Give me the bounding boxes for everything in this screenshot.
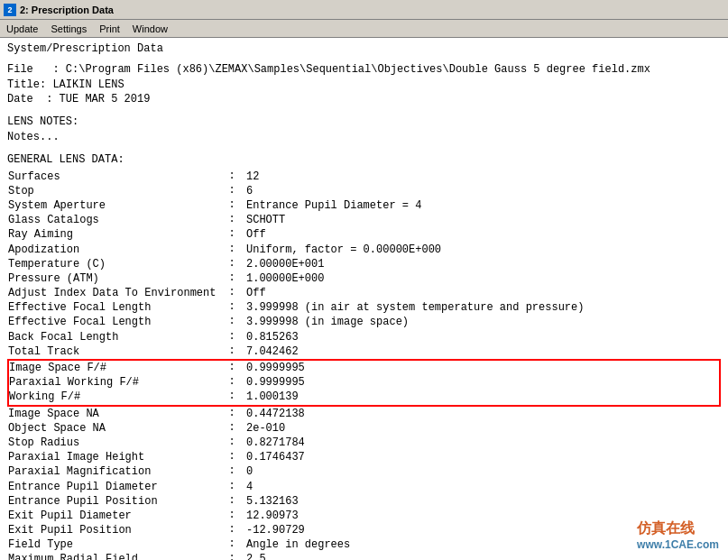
- row-value: 0.815263: [239, 330, 720, 344]
- content-area: System/Prescription Data File : C:\Progr…: [0, 38, 728, 560]
- row-label: Exit Pupil Position: [8, 523, 225, 537]
- row-separator: :: [225, 421, 239, 436]
- row-value: -12.90729: [239, 523, 720, 537]
- table-row: Effective Focal Length:3.999998 (in air …: [8, 300, 720, 315]
- row-value: Off: [239, 286, 720, 300]
- row-separator: :: [225, 227, 239, 242]
- row-value: 0.1746437: [239, 450, 720, 464]
- row-separator: :: [225, 537, 239, 552]
- row-separator: :: [225, 406, 239, 421]
- row-separator: :: [225, 375, 239, 390]
- row-value: 2e-010: [239, 421, 720, 436]
- row-separator: :: [225, 450, 239, 464]
- menu-update[interactable]: Update: [4, 23, 41, 34]
- row-value: 2.5: [239, 552, 720, 560]
- row-separator: :: [225, 257, 239, 271]
- breadcrumb: System/Prescription Data: [7, 41, 721, 57]
- row-value: 7.042462: [239, 344, 720, 360]
- row-label: Paraxial Image Height: [8, 450, 225, 464]
- row-value: 3.999998 (in image space): [239, 315, 720, 329]
- menu-settings[interactable]: Settings: [48, 23, 89, 34]
- row-separator: :: [225, 344, 239, 360]
- row-separator: :: [225, 523, 239, 537]
- row-value: 0.9999995: [239, 360, 720, 375]
- row-label: Field Type: [8, 537, 225, 552]
- table-row: Paraxial Image Height:0.1746437: [8, 450, 720, 464]
- row-value: SCHOTT: [239, 213, 720, 227]
- table-row: Ray Aiming:Off: [8, 227, 720, 242]
- table-row: Temperature (C):2.00000E+001: [8, 257, 720, 271]
- row-label: Object Space NA: [8, 421, 225, 436]
- lens-notes-label: LENS NOTES:: [7, 115, 721, 130]
- lens-notes: Notes...: [7, 130, 721, 145]
- row-label: Effective Focal Length: [8, 300, 225, 315]
- table-row: Object Space NA:2e-010: [8, 421, 720, 436]
- row-separator: :: [225, 213, 239, 227]
- row-value: Angle in degrees: [239, 537, 720, 552]
- row-value: 6: [239, 184, 720, 198]
- row-label: Effective Focal Length: [8, 315, 225, 329]
- row-label: Pressure (ATM): [8, 271, 225, 286]
- row-label: Working F/#: [8, 390, 225, 405]
- row-separator: :: [225, 494, 239, 509]
- row-value: 5.132163: [239, 494, 720, 509]
- table-row: Total Track:7.042462: [8, 344, 720, 360]
- row-label: Stop Radius: [8, 436, 225, 450]
- row-value: Entrance Pupil Diameter = 4: [239, 198, 720, 213]
- row-label: Exit Pupil Diameter: [8, 509, 225, 523]
- row-value: 12.90973: [239, 509, 720, 523]
- row-value: 1.000139: [239, 390, 720, 405]
- row-separator: :: [225, 271, 239, 286]
- row-separator: :: [225, 330, 239, 344]
- row-label: Surfaces: [8, 170, 225, 184]
- table-row: Paraxial Magnification:0: [8, 464, 720, 479]
- row-value: 0.9999995: [239, 375, 720, 390]
- row-separator: :: [225, 509, 239, 523]
- row-label: Apodization: [8, 243, 225, 257]
- row-separator: :: [225, 464, 239, 479]
- row-separator: :: [225, 184, 239, 198]
- row-value: 2.00000E+001: [239, 257, 720, 271]
- table-row: Entrance Pupil Diameter:4: [8, 480, 720, 494]
- menu-print[interactable]: Print: [97, 23, 123, 34]
- row-separator: :: [225, 170, 239, 184]
- table-row: Stop:6: [8, 184, 720, 198]
- table-row: Field Type:Angle in degrees: [8, 537, 720, 552]
- row-value: Uniform, factor = 0.00000E+000: [239, 243, 720, 257]
- table-row: Image Space NA:0.4472138: [8, 406, 720, 421]
- row-value: 12: [239, 170, 720, 184]
- general-lens-data-label: GENERAL LENS DATA:: [7, 152, 721, 168]
- row-label: Glass Catalogs: [8, 213, 225, 227]
- app-icon: 2: [4, 4, 16, 16]
- row-label: Back Focal Length: [8, 330, 225, 344]
- row-label: Ray Aiming: [8, 227, 225, 242]
- row-value: 3.999998 (in air at system temperature a…: [239, 300, 720, 315]
- row-label: Entrance Pupil Position: [8, 494, 225, 509]
- row-separator: :: [225, 243, 239, 257]
- table-row: Maximum Radial Field:2.5: [8, 552, 720, 560]
- row-label: Adjust Index Data To Environment: [8, 286, 225, 300]
- file-path: File : C:\Program Files (x86)\ZEMAX\Samp…: [7, 62, 721, 78]
- row-label: Total Track: [8, 344, 225, 360]
- row-value: 0.4472138: [239, 406, 720, 421]
- menu-window[interactable]: Window: [130, 23, 170, 34]
- table-row: Apodization:Uniform, factor = 0.00000E+0…: [8, 243, 720, 257]
- table-row: Entrance Pupil Position:5.132163: [8, 494, 720, 509]
- row-label: Image Space NA: [8, 406, 225, 421]
- table-row: Stop Radius:0.8271784: [8, 436, 720, 450]
- row-label: Temperature (C): [8, 257, 225, 271]
- table-row: Back Focal Length:0.815263: [8, 330, 720, 344]
- row-label: Stop: [8, 184, 225, 198]
- row-value: 1.00000E+000: [239, 271, 720, 286]
- row-label: Maximum Radial Field: [8, 552, 225, 560]
- lens-date: Date : TUE MAR 5 2019: [7, 92, 721, 107]
- row-label: System Aperture: [8, 198, 225, 213]
- table-row: Effective Focal Length:3.999998 (in imag…: [8, 315, 720, 329]
- row-separator: :: [225, 286, 239, 300]
- row-separator: :: [225, 552, 239, 560]
- lens-title: Title: LAIKIN LENS: [7, 78, 721, 93]
- table-row: Paraxial Working F/#:0.9999995: [8, 375, 720, 390]
- row-separator: :: [225, 390, 239, 405]
- row-value: 0: [239, 464, 720, 479]
- data-rows-container: Surfaces:12Stop:6System Aperture:Entranc…: [7, 170, 721, 560]
